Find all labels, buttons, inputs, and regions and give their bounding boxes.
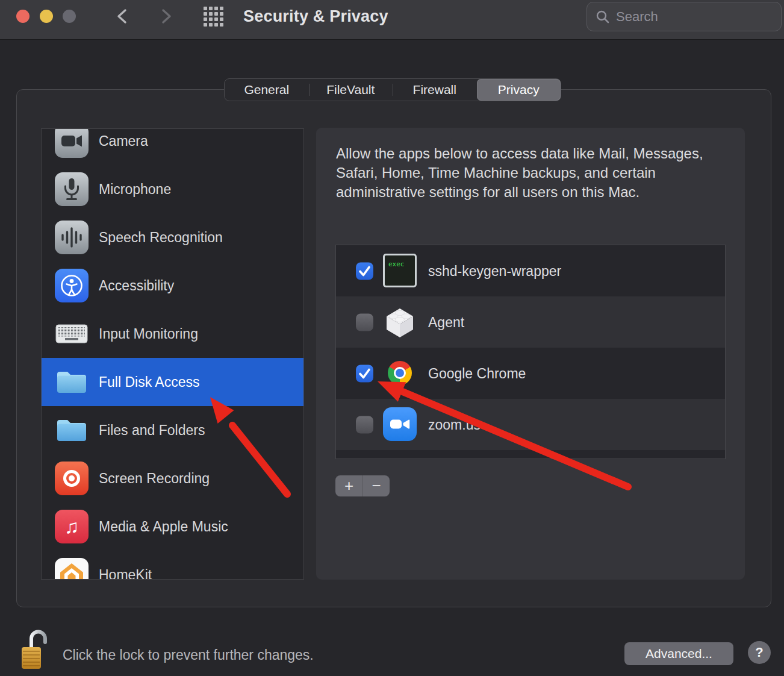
speech-recognition-icon bbox=[55, 221, 89, 254]
tab-label: General bbox=[244, 83, 289, 97]
window-title: Security & Privacy bbox=[243, 7, 388, 26]
app-checkbox[interactable] bbox=[356, 416, 373, 433]
full-disk-access-panel: Allow the apps below to access data like… bbox=[316, 128, 745, 580]
camera-icon bbox=[55, 128, 89, 158]
record-icon bbox=[55, 462, 89, 495]
show-all-grid-icon[interactable] bbox=[204, 7, 223, 27]
forward-button bbox=[158, 8, 174, 25]
remove-app-button[interactable]: − bbox=[362, 475, 390, 496]
app-name: zoom.us bbox=[428, 416, 481, 433]
exec-terminal-icon: exec bbox=[383, 254, 417, 287]
sidebar-item-label: Input Monitoring bbox=[99, 326, 198, 342]
sidebar-item-label: Speech Recognition bbox=[99, 230, 223, 246]
folder-icon bbox=[55, 365, 89, 399]
app-row-zoom-us[interactable]: zoom.us bbox=[336, 399, 725, 450]
checkmark-icon bbox=[356, 365, 373, 382]
zoom-video-icon bbox=[383, 407, 417, 441]
search-icon bbox=[596, 10, 610, 24]
app-checkbox[interactable] bbox=[356, 313, 373, 331]
search-input[interactable]: Search bbox=[586, 2, 782, 31]
folder-icon bbox=[55, 413, 89, 447]
sidebar-item-label: Media & Apple Music bbox=[99, 519, 228, 535]
unlocked-padlock-icon[interactable] bbox=[22, 627, 49, 670]
sidebar-item-screen-recording[interactable]: Screen Recording bbox=[42, 454, 303, 502]
security-privacy-window: Security & Privacy Search General FileVa… bbox=[0, 0, 784, 676]
back-button[interactable] bbox=[114, 8, 130, 25]
tab-label: FileVault bbox=[326, 83, 375, 97]
app-checkbox[interactable] bbox=[356, 262, 373, 280]
titlebar: Security & Privacy Search bbox=[0, 0, 784, 40]
app-name: Google Chrome bbox=[428, 365, 526, 381]
app-name: Agent bbox=[428, 314, 464, 330]
tab-label: Privacy bbox=[498, 83, 540, 97]
sidebar-item-files-and-folders[interactable]: Files and Folders bbox=[42, 406, 303, 454]
sidebar-item-accessibility[interactable]: Accessibility bbox=[42, 261, 303, 310]
privacy-category-list: Camera Microphone Speech Recognition bbox=[41, 128, 304, 580]
sidebar-item-label: Microphone bbox=[99, 181, 171, 198]
sidebar-item-media-apple-music[interactable]: ♫ Media & Apple Music bbox=[42, 502, 303, 551]
tab-bar: General FileVault Firewall Privacy bbox=[224, 78, 561, 101]
search-placeholder: Search bbox=[616, 9, 658, 25]
sidebar-item-label: Camera bbox=[99, 133, 148, 149]
panel-description: Allow the apps below to access data like… bbox=[336, 144, 730, 202]
keyboard-icon bbox=[55, 317, 89, 351]
advanced-button-label: Advanced... bbox=[646, 646, 712, 661]
advanced-button[interactable]: Advanced... bbox=[624, 642, 733, 665]
tab-label: Firewall bbox=[413, 83, 456, 97]
sidebar-item-input-monitoring[interactable]: Input Monitoring bbox=[42, 310, 303, 358]
add-remove-control: + − bbox=[335, 475, 390, 496]
tab-privacy[interactable]: Privacy bbox=[477, 79, 561, 101]
accessibility-icon bbox=[55, 269, 89, 302]
help-button[interactable]: ? bbox=[748, 641, 771, 664]
checkmark-icon bbox=[356, 262, 373, 280]
tab-firewall[interactable]: Firewall bbox=[393, 79, 477, 101]
app-list: exec sshd-keygen-wrapper bbox=[335, 245, 726, 459]
zoom-window-button bbox=[63, 10, 76, 23]
close-window-button[interactable] bbox=[16, 10, 30, 23]
sidebar-item-label: Accessibility bbox=[99, 278, 174, 294]
minimize-window-button[interactable] bbox=[40, 10, 53, 23]
app-row-sshd-keygen-wrapper[interactable]: exec sshd-keygen-wrapper bbox=[336, 245, 725, 296]
lock-hint-text: Click the lock to prevent further change… bbox=[63, 647, 314, 663]
sidebar-item-label: Full Disk Access bbox=[99, 374, 199, 390]
tab-filevault[interactable]: FileVault bbox=[309, 79, 393, 101]
home-icon bbox=[55, 558, 89, 580]
app-name: sshd-keygen-wrapper bbox=[428, 263, 561, 279]
sidebar-item-label: HomeKit bbox=[99, 567, 152, 580]
app-row-google-chrome[interactable]: Google Chrome bbox=[336, 348, 725, 399]
help-button-label: ? bbox=[755, 645, 763, 660]
sidebar-item-full-disk-access[interactable]: Full Disk Access bbox=[42, 358, 303, 406]
package-cube-icon bbox=[383, 305, 417, 339]
microphone-icon bbox=[55, 172, 89, 206]
sidebar-item-label: Files and Folders bbox=[99, 422, 205, 439]
sidebar-item-speech-recognition[interactable]: Speech Recognition bbox=[42, 213, 303, 261]
add-app-button[interactable]: + bbox=[335, 475, 362, 496]
sidebar-item-microphone[interactable]: Microphone bbox=[42, 165, 303, 213]
app-checkbox[interactable] bbox=[356, 365, 373, 382]
sidebar-item-homekit[interactable]: HomeKit bbox=[42, 551, 303, 580]
sidebar-item-camera[interactable]: Camera bbox=[42, 128, 303, 165]
sidebar-item-label: Screen Recording bbox=[99, 471, 210, 487]
music-note-icon: ♫ bbox=[55, 510, 89, 543]
app-row-agent[interactable]: Agent bbox=[336, 296, 725, 348]
tab-general[interactable]: General bbox=[225, 79, 309, 101]
